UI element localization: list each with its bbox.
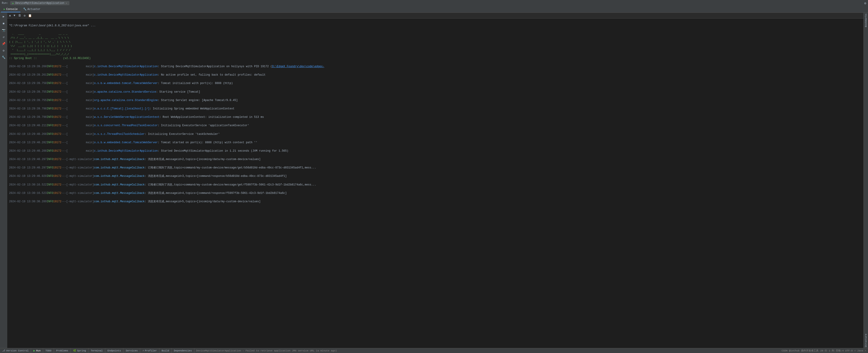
todo-label: TODO [45, 349, 51, 352]
console-toolbar: ▲ ▼ 🗑 ⚙ 📋 [7, 13, 864, 19]
run-icon[interactable]: ▶ [1, 13, 7, 20]
log-line-16: 2024-02-19 13:30:30.289 INFO 19172 --- [… [9, 200, 862, 204]
tab-dependencies[interactable]: Dependencies [172, 348, 194, 353]
position-info: 28 行 1 列 空格:4 UTF-8 ⏎ Java ⚡ [820, 349, 866, 352]
csdn-info: CSDN @iothub 插件开发者工具 [782, 349, 818, 352]
log-line-13: 2024-02-19 13:29:46.020 INFO 19172 --- [… [9, 174, 862, 178]
spring-version: :: Spring Boot :: (v2.3.10.RELEASE) [9, 57, 91, 60]
log-line-5: 2024-02-19 13:29:39.798 INFO 19172 --- [… [9, 107, 862, 111]
run-icon: ▶ [33, 349, 35, 353]
camera-icon[interactable]: 📷 [1, 27, 7, 33]
sidebar-icons: ▶ ◼ 📷 ↺ 📌 ⚙ 🔧 [0, 13, 7, 348]
log-line-11: 2024-02-19 13:29:40.297 INFO 19172 --- [… [9, 157, 862, 161]
version-control-label: Version Control [6, 349, 29, 352]
endpoints-label: Endpoints [107, 349, 121, 352]
profiler-icon: ⚡ [143, 349, 144, 352]
log-line-9: 2024-02-19 13:29:40.282 INFO 19172 --- [… [9, 141, 862, 145]
scroll-down-btn[interactable]: ▼ [13, 13, 16, 18]
title-bar-left: Run: ▶ DeviceMqttSimulatorApplication ✕ [2, 1, 69, 5]
clear-btn[interactable]: 🗑 [17, 13, 22, 18]
title-bar-right: ⚙ [864, 1, 866, 5]
actuator-tab-icon: 🔧 [23, 7, 27, 11]
wrench-icon[interactable]: 🔧 [1, 55, 7, 60]
title-bar: Run: ▶ DeviceMqttSimulatorApplication ✕ … [0, 0, 868, 6]
tab-endpoints[interactable]: Endpoints [105, 348, 123, 353]
log-line-4: 2024-02-19 13:29:39.755 INFO 19172 --- [… [9, 98, 862, 102]
problems-label: Problems [56, 349, 68, 352]
main-layout: ▶ ◼ 📷 ↺ 📌 ⚙ 🔧 ▲ ▼ 🗑 ⚙ 📋 "C:\Program File… [0, 13, 868, 348]
console-area: ▲ ▼ 🗑 ⚙ 📋 "C:\Program Files\Java\jdk1.8.… [7, 13, 864, 348]
spring-icon: 🌿 [73, 349, 76, 352]
tab-build[interactable]: Build [159, 348, 172, 353]
tool-tabs-bar: ▶ Console 🔧 Actuator [0, 6, 868, 13]
console-output[interactable]: "C:\Program Files\Java\jdk1.8.0_202\bin\… [7, 19, 864, 348]
profiler-label: Profiler [145, 349, 157, 352]
services-label: Services [126, 349, 138, 352]
tab-console[interactable]: ▶ Console [1, 7, 21, 12]
run-dot-icon: ▶ [12, 2, 14, 5]
structure-label[interactable]: Structure [864, 333, 868, 348]
terminal-label: Terminal [91, 349, 103, 352]
log-line-15: 2024-02-19 13:30:16.523 INFO 19172 --- [… [9, 191, 862, 196]
stop-icon[interactable]: ◼ [1, 21, 7, 26]
scroll-up-btn[interactable]: ▲ [8, 13, 12, 18]
actuator-tab-label: Actuator [27, 8, 40, 11]
settings-icon[interactable]: ⚙ [864, 1, 866, 5]
build-label: Build [162, 349, 169, 352]
log-line-0: 2024-02-19 13:29:39.260 INFO 19172 --- [… [9, 64, 862, 69]
right-labels: Bookmarks Structure [864, 13, 868, 348]
copy-btn[interactable]: 📋 [27, 13, 33, 18]
run-label: Run [36, 349, 40, 352]
reload-icon[interactable]: ↺ [1, 34, 7, 40]
log-line-8: 2024-02-19 13:29:40.268 INFO 19172 --- [… [9, 132, 862, 137]
status-bar: ⎇ Version Control ▶ Run TODO Problems 🌿 … [0, 348, 868, 353]
status-right: CSDN @iothub 插件开发者工具 28 行 1 列 空格:4 UTF-8… [780, 349, 868, 352]
log-line-1: 2024-02-19 13:29:39.261 INFO 19172 --- [… [9, 73, 862, 77]
version-control-icon: ⎇ [2, 349, 5, 352]
run-label: Run: [2, 2, 8, 5]
log-line-10: 2024-02-19 13:29:40.288 INFO 19172 --- [… [9, 149, 862, 153]
tab-profiler[interactable]: ⚡ Profiler [140, 348, 159, 353]
status-message: DeviceMqttSimulatorApplication - Failed … [194, 349, 780, 352]
log-line-12: 2024-02-19 13:29:40.297 INFO 19172 --- [… [9, 166, 862, 170]
console-tab-icon: ▶ [4, 7, 5, 11]
spring-label: Spring [77, 349, 86, 352]
tab-run[interactable]: ▶ Run [31, 348, 43, 353]
tab-problems[interactable]: Problems [54, 348, 71, 353]
bottom-tabs: ⎇ Version Control ▶ Run TODO Problems 🌿 … [0, 348, 194, 353]
tab-todo[interactable]: TODO [43, 348, 54, 353]
tab-name: DeviceMqttSimulatorApplication [15, 2, 64, 5]
tab-actuator[interactable]: 🔧 Actuator [21, 7, 43, 12]
command-line: "C:\Program Files\Java\jdk1.8.0_202\bin\… [9, 24, 96, 27]
pin-icon[interactable]: 📌 [1, 41, 7, 47]
settings-gear-icon[interactable]: ⚙ [1, 48, 7, 54]
tab-spring[interactable]: 🌿 Spring [71, 348, 89, 353]
log-line-3: 2024-02-19 13:29:39.755 INFO 19172 --- [… [9, 90, 862, 94]
tab-terminal[interactable]: Terminal [89, 348, 105, 353]
tab-services[interactable]: Services [123, 348, 140, 353]
log-line-14: 2024-02-19 13:30:16.522 INFO 19172 --- [… [9, 183, 862, 187]
tab-version-control[interactable]: ⎇ Version Control [0, 348, 31, 353]
close-icon[interactable]: ✕ [66, 2, 67, 4]
bookmarks-label[interactable]: Bookmarks [864, 13, 868, 28]
active-tab[interactable]: ▶ DeviceMqttSimulatorApplication ✕ [10, 1, 69, 5]
log-line-7: 2024-02-19 13:29:40.211 INFO 19172 --- [… [9, 123, 862, 128]
log-line-6: 2024-02-19 13:29:39.798 INFO 19172 --- [… [9, 115, 862, 119]
spring-banner: . ____ _ __ _ _ /\\ / ___'_ __ _ _(_)_ _… [9, 32, 72, 56]
dependencies-label: Dependencies [174, 349, 192, 352]
log-line-2: 2024-02-19 13:29:39.750 INFO 19172 --- [… [9, 81, 862, 86]
filter-btn[interactable]: ⚙ [23, 13, 27, 18]
console-tab-label: Console [6, 8, 18, 11]
